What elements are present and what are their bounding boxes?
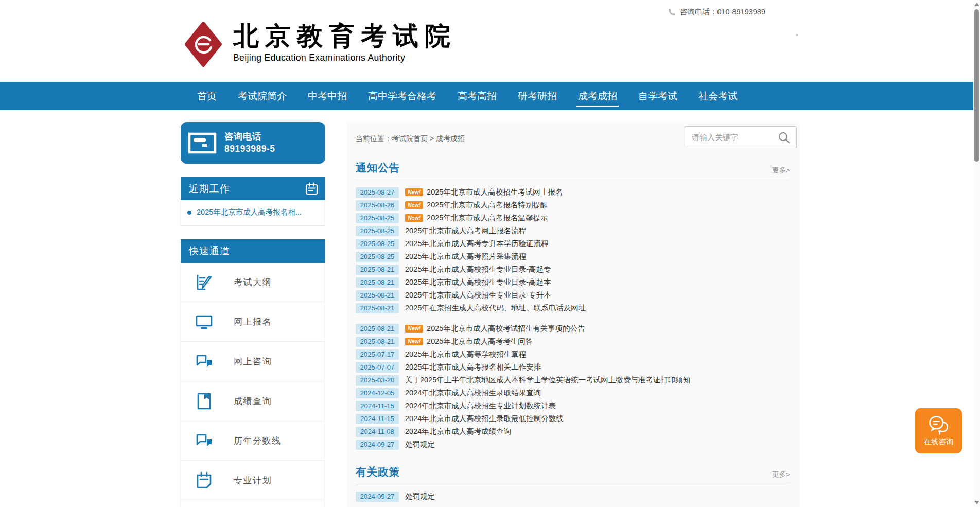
notice-row: 2025-07-17 2025年北京市成人高等学校招生章程 <box>356 348 790 361</box>
recent-work-link[interactable]: 2025年北京市成人高考报名相... <box>197 207 302 217</box>
quick-link-成绩查询[interactable]: 成绩查询 <box>181 381 325 421</box>
nav-item-高考高招[interactable]: 高考高招 <box>458 82 497 110</box>
notice-link[interactable]: 2024年北京市成人高校招生专业计划数统计表 <box>405 401 556 411</box>
date-badge: 2024-11-15 <box>356 401 399 411</box>
online-consult-label: 在线咨询 <box>924 437 954 447</box>
online-consult-button[interactable]: 在线咨询 <box>915 408 962 453</box>
date-badge: 2025-07-17 <box>356 349 399 360</box>
notice-row: 2025-08-25 2025年北京市成人高考网上报名流程 <box>356 224 790 237</box>
notice-more-link[interactable]: 更多> <box>772 166 790 175</box>
notice-row: 2025-08-21 2025年北京市成人高校招生专业目录-专升本 <box>356 289 790 302</box>
quick-link-网上报名[interactable]: 网上报名 <box>181 302 325 342</box>
nav-item-高中学考合格考[interactable]: 高中学考合格考 <box>368 82 436 110</box>
main-panel: 当前位置：考试院首页 > 成考成招 通知公告 更多> 2025-08-27 Ne… <box>346 122 799 507</box>
recent-work-title: 近期工作 <box>189 182 230 196</box>
quick-link-网上咨询[interactable]: 网上咨询 <box>181 342 325 381</box>
bullet-dot-icon <box>187 211 191 215</box>
phone-icon <box>668 8 676 16</box>
notice-row: 2024-09-27 处罚规定 <box>356 438 790 451</box>
site-title: 北京教育考试院 <box>233 22 457 50</box>
contact-card-icon <box>188 132 217 154</box>
notice-link[interactable]: 处罚规定 <box>405 492 435 501</box>
notice-link[interactable]: 2025年北京市成人高考报名特别提醒 <box>427 200 548 210</box>
quick-link-考试大纲[interactable]: 考试大纲 <box>181 263 325 302</box>
notice-row: 2025-08-27 New! 2025年北京市成人高校招生考试网上报名 <box>356 186 790 199</box>
quick-channel-block: 快速通道 考试大纲 网上报名 网上咨询 成绩查询 历年分数线 专业计划 <box>181 239 325 507</box>
notice-link[interactable]: 2025年北京市成人高考报名相关工作安排 <box>405 362 541 372</box>
notice-link[interactable]: 2025年北京市成人高校招生专业目录-高起本 <box>405 277 551 287</box>
date-badge: 2024-09-27 <box>356 440 399 450</box>
notice-link[interactable]: 2025年北京市成人高校招生专业目录-高起专 <box>405 265 551 274</box>
notice-link[interactable]: 2025年北京市成人高考照片采集流程 <box>405 252 526 261</box>
date-badge: 2024-11-08 <box>356 427 399 437</box>
notice-link[interactable]: 处罚规定 <box>405 440 435 449</box>
breadcrumb-current: 成考成招 <box>436 134 465 143</box>
notice-link[interactable]: 2024年北京市成人高考成绩查询 <box>405 427 511 436</box>
nav-item-首页[interactable]: 首页 <box>197 82 217 110</box>
notice-link[interactable]: 2025年北京市成人高校考试招生有关事项的公告 <box>427 324 585 334</box>
notice-row: 2025-08-21 2025年在京招生成人高校代码、地址、联系电话及网址 <box>356 302 790 314</box>
notice-link[interactable]: 2025年北京市成人高校招生专业目录-专升本 <box>405 290 551 300</box>
notice-row: 2024-12-05 2024年北京市成人高校招生录取结果查询 <box>356 387 790 399</box>
notice-row: 2025-08-21 New! 2025年北京市成人高校考试招生有关事项的公告 <box>356 322 790 335</box>
notice-link[interactable]: 关于2025年上半年北京地区成人本科学士学位英语统一考试网上缴费与准考证打印须知 <box>405 375 690 385</box>
policy-more-link[interactable]: 更多> <box>772 470 790 479</box>
search-icon[interactable] <box>777 131 791 144</box>
search-input[interactable] <box>692 133 777 142</box>
quick-link-历年分数线[interactable]: 历年分数线 <box>181 421 325 461</box>
quick-channel-title: 快速通道 <box>189 244 230 258</box>
notice-link[interactable]: 2025年在京招生成人高校代码、地址、联系电话及网址 <box>405 303 586 313</box>
notice-link[interactable]: 2025年北京市成人高考专升本学历验证流程 <box>405 239 549 249</box>
breadcrumb-home-link[interactable]: 考试院首页 <box>392 134 428 143</box>
sidebar: 咨询电话 89193989-5 近期工作 2025年北京市成人高考报名相... <box>181 122 325 507</box>
notice-link[interactable]: 2025年北京市成人高考考生问答 <box>427 337 533 346</box>
main-nav: 首页考试院简介中考中招高中学考合格考高考高招研考研招成考成招自学考试社会考试 <box>181 82 799 110</box>
date-badge: 2025-08-21 <box>356 277 399 288</box>
new-badge: New! <box>405 325 423 333</box>
notice-link[interactable]: 2024年北京市成人高校招生录取最低控制分数线 <box>405 414 564 424</box>
notice-link[interactable]: 2025年北京市成人高等学校招生章程 <box>405 349 526 359</box>
notice-link[interactable]: 2025年北京市成人高考报名温馨提示 <box>427 213 548 223</box>
contact-label: 咨询电话 <box>224 131 275 143</box>
new-badge: New! <box>405 214 423 222</box>
notice-row: 2024-11-15 2024年北京市成人高校招生专业计划数统计表 <box>356 399 790 412</box>
date-badge: 2025-08-25 <box>356 252 399 262</box>
logo-diamond-icon <box>185 22 222 67</box>
score-book-icon <box>194 391 215 412</box>
monitor-icon <box>194 311 215 333</box>
breadcrumb-separator: > <box>428 134 436 143</box>
calendar-icon <box>305 182 319 196</box>
notice-row: 2025-08-21 New! 2025年北京市成人高考考生问答 <box>356 335 790 348</box>
search-box <box>685 126 797 148</box>
notice-row: 2025-08-25 New! 2025年北京市成人高考报名温馨提示 <box>356 212 790 224</box>
recent-work-header: 近期工作 <box>181 177 325 200</box>
policy-list: 2024-09-27 处罚规定 <box>356 485 790 503</box>
notice-list: 2025-08-27 New! 2025年北京市成人高校招生考试网上报名 202… <box>356 181 790 451</box>
nav-item-考试院简介[interactable]: 考试院简介 <box>238 82 287 110</box>
scrollbar-thumb[interactable] <box>974 9 979 162</box>
nav-item-中考中招[interactable]: 中考中招 <box>308 82 347 110</box>
site-subtitle: Beijing Education Examinations Authority <box>233 53 457 63</box>
quick-link-专业计划[interactable]: 专业计划 <box>181 461 325 500</box>
notice-row: 2025-07-07 2025年北京市成人高考报名相关工作安排 <box>356 361 790 374</box>
notice-link[interactable]: 2025年北京市成人高校招生考试网上报名 <box>427 187 563 197</box>
stray-artifact <box>796 34 798 36</box>
quick-link[interactable] <box>181 500 325 507</box>
scrollbar-up-arrow-icon[interactable] <box>974 3 979 6</box>
notice-section-title: 通知公告 <box>356 161 400 175</box>
nav-item-成考成招[interactable]: 成考成招 <box>578 82 617 110</box>
notice-row: 2025-08-26 New! 2025年北京市成人高考报名特别提醒 <box>356 199 790 212</box>
scrollbar-down-arrow-icon[interactable] <box>974 501 979 504</box>
date-badge: 2025-08-25 <box>356 226 399 236</box>
nav-item-研考研招[interactable]: 研考研招 <box>518 82 557 110</box>
vertical-scrollbar[interactable] <box>973 0 980 507</box>
new-badge: New! <box>405 201 423 209</box>
notice-link[interactable]: 2024年北京市成人高校招生录取结果查询 <box>405 388 541 398</box>
nav-item-自学考试[interactable]: 自学考试 <box>638 82 677 110</box>
quick-channel-header: 快速通道 <box>181 239 325 263</box>
main-navigation: 首页考试院简介中考中招高中学考合格考高考高招研考研招成考成招自学考试社会考试 <box>0 82 980 110</box>
chat-bubbles-icon <box>927 415 951 435</box>
nav-item-社会考试[interactable]: 社会考试 <box>698 82 738 110</box>
notice-link[interactable]: 2025年北京市成人高考网上报名流程 <box>405 226 526 236</box>
quick-channel-list: 考试大纲 网上报名 网上咨询 成绩查询 历年分数线 专业计划 <box>181 263 325 507</box>
